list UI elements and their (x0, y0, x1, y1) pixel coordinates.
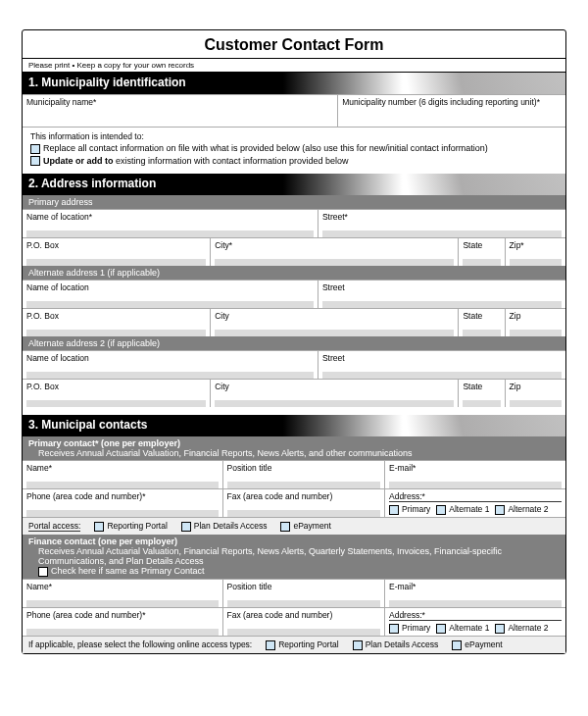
pc-addr-alt1-checkbox[interactable] (436, 505, 446, 515)
alt1-city-input[interactable] (215, 323, 454, 336)
online-access-label: If applicable, please select the followi… (28, 639, 252, 649)
alt2-city-input[interactable] (215, 393, 454, 407)
section-1-header: 1. Municipality identification (23, 73, 565, 94)
pc-reporting-portal-checkbox[interactable] (94, 522, 104, 532)
pc-addr-primary-checkbox[interactable] (389, 505, 399, 515)
alt2-loc-input[interactable] (26, 365, 314, 379)
fc-email-input[interactable] (389, 593, 562, 607)
update-checkbox[interactable] (30, 156, 40, 166)
fc-plan-details-checkbox[interactable] (353, 640, 363, 650)
intended-label: This information is intended to: (30, 131, 558, 141)
section-3-header: 3. Municipal contacts (23, 415, 565, 436)
fc-reporting-portal-checkbox[interactable] (266, 640, 275, 650)
state-input[interactable] (463, 252, 500, 266)
fc-fax-input[interactable] (227, 622, 380, 636)
muni-name-input[interactable] (26, 109, 333, 127)
section-2-header: 2. Address information (23, 174, 565, 195)
city-label: City* (215, 240, 454, 250)
replace-label: Replace all contact information on file … (43, 143, 488, 153)
zip-input[interactable] (510, 252, 562, 266)
pc-email-input[interactable] (389, 475, 562, 488)
fc-epayment-checkbox[interactable] (452, 640, 462, 650)
pc-name-input[interactable] (26, 475, 219, 488)
alt2-po-input[interactable] (26, 393, 206, 407)
loc-label: Name of location* (26, 212, 314, 222)
state-label: State (463, 240, 500, 250)
fc-addr-alt2-checkbox[interactable] (495, 624, 505, 634)
street-input[interactable] (322, 224, 562, 237)
alt1-zip-input[interactable] (510, 323, 562, 336)
muni-number-label: Municipality number (6 digits including … (342, 97, 562, 107)
form-title: Customer Contact Form (23, 30, 565, 59)
fc-position-input[interactable] (227, 593, 380, 607)
pc-address-label: Address:* (389, 491, 562, 502)
fc-name-input[interactable] (26, 593, 219, 607)
fc-phone-input[interactable] (26, 622, 219, 636)
po-label: P.O. Box (26, 240, 206, 250)
fc-addr-alt1-checkbox[interactable] (436, 624, 446, 634)
zip-label: Zip* (510, 240, 562, 250)
street-label: Street* (322, 212, 562, 222)
pc-phone-input[interactable] (26, 503, 219, 517)
fc-addr-primary-checkbox[interactable] (389, 624, 399, 634)
alt1-address-subhead: Alternate address 1 (if applicable) (23, 266, 565, 280)
replace-checkbox[interactable] (30, 144, 40, 154)
pc-plan-details-checkbox[interactable] (181, 522, 191, 532)
primary-address-subhead: Primary address (23, 195, 565, 209)
print-note: Please print • Keep a copy for your own … (23, 59, 565, 73)
alt2-street-input[interactable] (322, 365, 562, 379)
alt1-loc-input[interactable] (26, 294, 314, 308)
alt1-state-input[interactable] (463, 323, 500, 336)
finance-contact-subhead: Finance contact (one per employer) Recei… (23, 535, 565, 579)
update-label-a: Update or add to (43, 156, 114, 166)
primary-contact-subhead: Primary contact* (one per employer) Rece… (23, 436, 565, 460)
pc-position-input[interactable] (227, 475, 380, 488)
update-label-b: existing information with contact inform… (114, 156, 349, 166)
alt2-state-input[interactable] (463, 393, 500, 407)
po-input[interactable] (26, 252, 206, 266)
portal-access-label: Portal access: (28, 521, 80, 532)
alt1-street-input[interactable] (322, 294, 562, 308)
muni-name-label: Municipality name* (26, 97, 333, 107)
city-input[interactable] (215, 252, 454, 266)
alt1-po-input[interactable] (26, 323, 206, 336)
alt2-address-subhead: Alternate address 2 (if applicable) (23, 336, 565, 350)
same-as-primary-checkbox[interactable] (38, 567, 48, 577)
muni-number-input[interactable] (342, 109, 562, 127)
customer-contact-form: Customer Contact Form Please print • Kee… (22, 29, 566, 654)
pc-fax-input[interactable] (227, 503, 380, 517)
pc-addr-alt2-checkbox[interactable] (495, 505, 505, 515)
alt2-zip-input[interactable] (510, 393, 562, 407)
pc-epayment-checkbox[interactable] (280, 522, 290, 532)
loc-input[interactable] (26, 224, 314, 237)
fc-address-label: Address:* (389, 610, 562, 621)
